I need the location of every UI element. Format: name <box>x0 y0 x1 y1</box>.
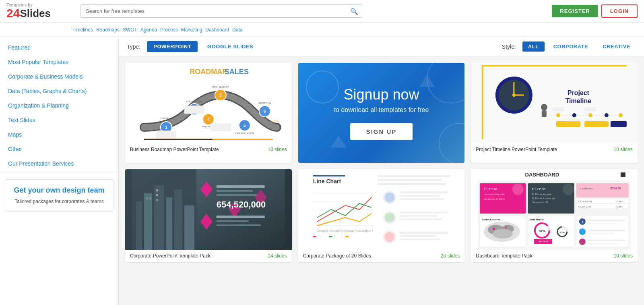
svg-text:1: 1 <box>165 125 167 130</box>
register-button[interactable]: REGISTER <box>552 5 598 17</box>
style-creative-button[interactable]: CREATIVE <box>597 41 636 52</box>
svg-point-143 <box>493 229 513 239</box>
sidebar-item-services[interactable]: Our Presentation Services <box>0 156 118 171</box>
svg-text:Category 3: Category 3 <box>345 229 359 232</box>
svg-rect-96 <box>313 236 316 237</box>
tag-process[interactable]: Process <box>160 27 178 33</box>
template-card-signup[interactable]: Signup now to download all templates for… <box>298 63 465 163</box>
svg-rect-76 <box>217 194 257 196</box>
header-buttons: REGISTER LOGIN <box>552 4 638 18</box>
template-slides-timeline: 10 slides <box>614 147 633 152</box>
svg-text:Market Location: Market Location <box>482 218 500 221</box>
svg-rect-159 <box>588 220 625 221</box>
svg-text:Last Deposit: $1,596.34: Last Deposit: $1,596.34 <box>484 198 505 200</box>
svg-text:5: 5 <box>244 123 246 128</box>
svg-rect-107 <box>399 198 444 200</box>
logo-slides: Slides <box>20 8 51 19</box>
svg-text:29.4% from 4 months ago: 29.4% from 4 months ago <box>532 197 555 199</box>
tag-agenda[interactable]: Agenda <box>140 27 157 33</box>
sidebar-item-text-slides[interactable]: Text Slides <box>0 113 118 127</box>
template-card-linechart[interactable]: Line Chart <box>298 169 465 262</box>
style-label: Style: <box>502 44 516 50</box>
signup-subtitle: to download all templates for free <box>334 106 429 114</box>
tag-timelines[interactable]: Timelines <box>72 27 93 33</box>
svg-rect-113 <box>399 239 440 240</box>
template-card-timeline[interactable]: Project Timeline <box>471 63 638 163</box>
tag-swot[interactable]: SWOT <box>123 27 137 33</box>
svg-text:6: 6 <box>264 109 266 114</box>
template-info-dashboard: Dashboard Template Pack 10 slides <box>471 250 638 262</box>
sidebar-item-corporate-business[interactable]: Corporate & Business Models <box>0 69 118 84</box>
svg-text:CONTENT: CONTENT <box>160 117 172 120</box>
svg-rect-167 <box>588 240 625 241</box>
svg-rect-98 <box>345 236 348 237</box>
sidebar-item-maps[interactable]: Maps <box>0 127 118 142</box>
svg-rect-56 <box>611 121 627 127</box>
style-all-button[interactable]: ALL <box>522 41 545 52</box>
svg-point-145 <box>505 227 507 228</box>
template-card-corporate[interactable]: 654,520,000 Corporate PowerPoint Templat… <box>125 169 292 262</box>
svg-point-48 <box>619 113 623 117</box>
svg-text:Learn More: Learn More <box>538 240 548 243</box>
tag-marketing[interactable]: Marketing <box>181 27 202 33</box>
search-icon[interactable]: 🔍 <box>350 7 358 15</box>
svg-rect-62 <box>166 197 172 250</box>
svg-rect-97 <box>329 236 332 237</box>
sidebar-item-other[interactable]: Other <box>0 142 118 156</box>
template-name-linechart: Corporate Package of 20 Slides <box>303 253 371 259</box>
svg-point-102 <box>384 213 394 222</box>
sidebar-item-data[interactable]: Data (Tables, Graphs & Charts) <box>0 84 118 98</box>
svg-rect-55 <box>584 121 609 127</box>
template-card-roadmap[interactable]: ROADMAP SALES START SOON 1 2 <box>125 63 292 163</box>
svg-text:▫: ▫ <box>582 241 583 243</box>
svg-text:LED KICK-OFF: LED KICK-OFF <box>186 100 203 103</box>
svg-rect-67 <box>156 189 158 191</box>
content-area: Type: POWERPOINT GOOGLE SLIDES Style: AL… <box>119 37 644 268</box>
search-input[interactable] <box>80 4 362 18</box>
sidebar-item-popular[interactable]: Most Popular Templates <box>0 55 118 69</box>
svg-rect-24 <box>184 106 204 114</box>
logo: Templates by 24 Slides <box>6 3 71 19</box>
svg-rect-49 <box>552 107 564 111</box>
svg-rect-34 <box>482 65 627 66</box>
style-group: Style: ALL CORPORATE CREATIVE <box>502 41 636 52</box>
svg-rect-69 <box>156 199 158 201</box>
svg-rect-68 <box>156 194 158 196</box>
svg-text:CERTIFICATION: CERTIFICATION <box>235 132 254 135</box>
svg-point-52 <box>541 104 547 110</box>
svg-text:Transactions: 134: Transactions: 134 <box>532 201 548 203</box>
svg-rect-35 <box>482 65 483 139</box>
sidebar-item-org-planning[interactable]: Organization & Planning <box>0 98 118 113</box>
svg-rect-112 <box>399 235 436 237</box>
template-thumb-linechart: Line Chart <box>298 169 465 250</box>
tag-data[interactable]: Data <box>232 27 242 33</box>
type-group: Type: POWERPOINT GOOGLE SLIDES <box>127 41 260 52</box>
svg-rect-77 <box>217 216 265 218</box>
type-powerpoint-button[interactable]: POWERPOINT <box>147 41 198 52</box>
svg-rect-129 <box>576 183 629 197</box>
template-info-roadmap: Business Roadmap PowerPoint Template 10 … <box>125 143 292 156</box>
template-name-roadmap: Business Roadmap PowerPoint Template <box>130 147 219 152</box>
svg-point-144 <box>493 228 495 230</box>
svg-text:SOON: SOON <box>271 120 279 123</box>
style-corporate-button[interactable]: CORPORATE <box>548 41 594 52</box>
template-card-dashboard[interactable]: DASHBOARD $ 1,373.68 Upcoming Deposits L… <box>471 169 638 262</box>
template-info-corporate: Corporate PowerPoint Template Pack 14 sl… <box>125 250 292 262</box>
type-google-slides-button[interactable]: GOOGLE SLIDES <box>201 41 260 52</box>
svg-point-29 <box>427 63 465 103</box>
svg-rect-75 <box>217 190 253 192</box>
login-button[interactable]: LOGIN <box>601 4 638 18</box>
sidebar-item-featured[interactable]: Featured <box>0 40 118 55</box>
tag-dashboard[interactable]: Dashboard <box>205 27 229 33</box>
svg-marker-31 <box>330 135 347 147</box>
svg-point-122 <box>512 184 524 195</box>
template-slides-roadmap: 10 slides <box>268 147 287 152</box>
svg-rect-108 <box>399 212 448 214</box>
template-thumb-roadmap: ROADMAP SALES START SOON 1 2 <box>125 63 292 143</box>
svg-text:87%: 87% <box>539 229 545 233</box>
template-slides-linechart: 20 slides <box>441 253 460 259</box>
svg-rect-53 <box>542 110 547 117</box>
svg-point-28 <box>306 71 339 103</box>
signup-button[interactable]: SIGN UP <box>350 123 413 140</box>
tag-roadmaps[interactable]: Roadmaps <box>96 27 120 33</box>
